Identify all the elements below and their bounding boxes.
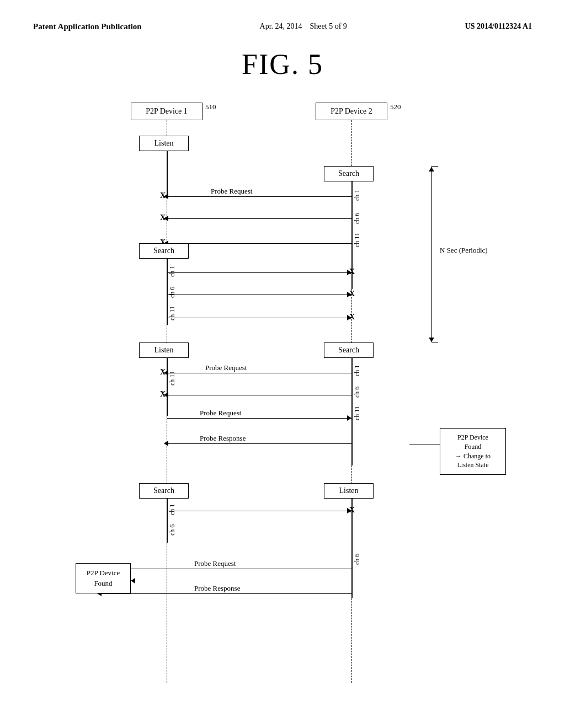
arrow9-head [347, 415, 351, 421]
ch6-label-d2-mid: ch 6 [353, 382, 361, 402]
arrow12-label: Probe Request [194, 559, 236, 568]
header: Patent Application Publication Apr. 24, … [33, 22, 532, 31]
diagram: P2P Device 1 510 P2P Device 2 520 Listen… [45, 103, 520, 682]
search3-bar [167, 499, 168, 543]
note2-line2: Found [94, 579, 112, 588]
listen4-box: Listen [324, 483, 374, 499]
arrow13-label: Probe Response [194, 584, 240, 593]
ch1-label-d1-s3: ch 1 [168, 500, 177, 519]
ch11-label-d1-s1: ch 11 [168, 304, 177, 323]
arrow4-line [167, 272, 351, 273]
arrow5-line [167, 295, 351, 295]
device2-box: P2P Device 2 [316, 103, 387, 120]
search2mid-box: Search [324, 342, 374, 358]
ch11-label-d2-mid: ch 11 [353, 404, 361, 423]
ch1-label-d2-top: ch 1 [353, 185, 361, 205]
arrow7-x: X [160, 368, 166, 377]
ch6-label-d1-s1: ch 6 [168, 282, 177, 302]
n-sec-bracket-top [431, 166, 438, 167]
arrow2-x: X [160, 213, 166, 222]
ch1-label-d1-s1: ch 1 [168, 261, 177, 281]
listen1-label: Listen [154, 139, 174, 148]
note1-line2: Found [465, 442, 482, 452]
header-right: US 2014/0112324 A1 [465, 22, 532, 31]
n-sec-arrowhead-up [429, 167, 434, 172]
arrow8-line [167, 395, 351, 395]
ch11-label-d2-top: ch 11 [353, 231, 361, 250]
arrow9-line [167, 418, 351, 419]
listen2-label: Listen [154, 346, 174, 355]
publication-label: Patent Application Publication [33, 22, 142, 31]
patent-number: US 2014/0112324 A1 [465, 22, 532, 30]
header-center: Apr. 24, 2014 Sheet 5 of 9 [260, 22, 347, 31]
note2-box: P2P Device Found [76, 563, 131, 593]
note1-line4: Listen State [457, 461, 489, 470]
n-sec-bracket-bottom [431, 342, 438, 342]
figure-title: FIG. 5 [33, 48, 532, 81]
note2-line1: P2P Device [87, 568, 120, 578]
ch6-label-d1-s3: ch 6 [168, 520, 177, 539]
arrow1-label: Probe Request [211, 187, 252, 196]
listen2-bar [167, 358, 168, 416]
arrow4-x: X [349, 267, 355, 276]
listen2-box: Listen [139, 342, 189, 358]
arrow7-label: Probe Request [205, 363, 247, 372]
device1-num: 510 [205, 103, 216, 111]
search1-bar [167, 259, 168, 325]
search1-label: Search [153, 247, 174, 255]
ch1-label-d2-mid: ch 1 [353, 361, 361, 380]
note1-line1: P2P Device [457, 433, 488, 442]
search3-box: Search [139, 483, 189, 499]
n-sec-bracket-line [431, 166, 432, 342]
arrow10-head [164, 441, 168, 446]
fig-title-text: FIG. 5 [242, 49, 323, 80]
arrow13-line [100, 593, 351, 594]
arrow11-line [167, 511, 351, 511]
arrow3-line [167, 243, 351, 244]
header-left: Patent Application Publication [33, 22, 142, 31]
search3-label: Search [153, 486, 174, 495]
search2top-box: Search [324, 166, 374, 181]
listen1-bar [167, 151, 168, 198]
arrow2-line [167, 218, 351, 219]
note2-arrow [131, 578, 135, 584]
arrow7-line [167, 373, 351, 373]
note1-connector [409, 445, 440, 445]
note1-line3: → Change to [455, 452, 491, 461]
device1-label: P2P Device 1 [146, 107, 188, 116]
search2mid-label: Search [338, 346, 359, 355]
search1-box: Search [139, 243, 189, 259]
n-sec-label: N Sec (Periodic) [440, 246, 488, 255]
arrow9-label: Probe Request [200, 409, 241, 417]
arrow10-line [167, 443, 351, 444]
date-label: Apr. 24, 2014 [260, 22, 302, 30]
arrow10-label: Probe Response [200, 434, 246, 443]
listen1-box: Listen [139, 136, 189, 151]
arrow1-x: X [160, 191, 166, 200]
arrow8-x: X [160, 390, 166, 399]
device2-label: P2P Device 2 [331, 107, 372, 116]
arrow1-line [167, 196, 351, 197]
page: Patent Application Publication Apr. 24, … [0, 0, 565, 728]
device2-num: 520 [390, 103, 401, 111]
arrow5-x: X [349, 290, 355, 298]
search2top-label: Search [338, 169, 359, 178]
ch6-label-d2-listen4: ch 6 [353, 549, 361, 569]
search2mid-bar [351, 358, 353, 465]
listen4-label: Listen [339, 486, 359, 495]
sheet-label: Sheet 5 of 9 [310, 22, 347, 30]
n-sec-arrowhead-down [429, 338, 434, 342]
arrow6-line [167, 318, 351, 318]
arrow11-x: X [349, 506, 355, 515]
ch11-label-d1-listen2: ch 11 [168, 362, 177, 395]
ch6-label-d2-top: ch 6 [353, 208, 361, 228]
device1-box: P2P Device 1 [131, 103, 202, 120]
note1-box: P2P Device Found → Change to Listen Stat… [440, 428, 506, 475]
arrow6-x: X [349, 313, 355, 322]
arrow12-line [100, 569, 351, 569]
